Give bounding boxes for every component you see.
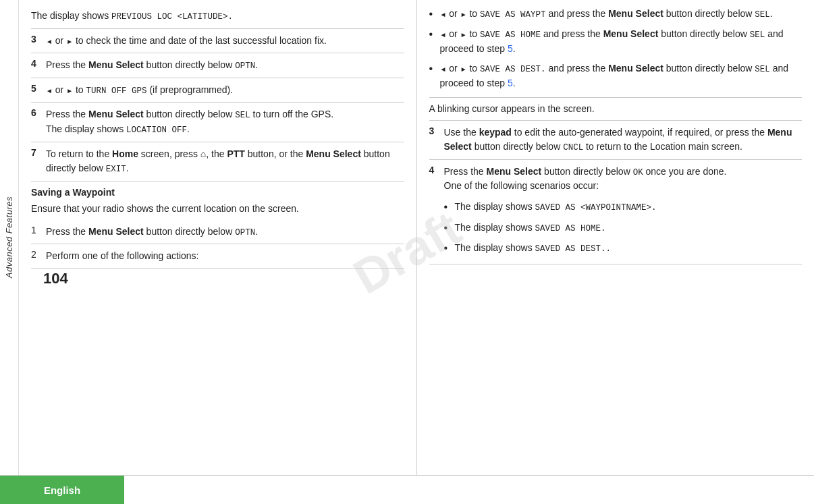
arrow-right-icon [66, 84, 73, 95]
arrow-left-icon [46, 35, 53, 46]
footer-language[interactable]: English [0, 476, 124, 504]
sub-step-1-row: 1 Press the Menu Select button directly … [31, 220, 404, 245]
sub-step-2-num: 2 [31, 249, 46, 260]
arrow-right-icon [460, 63, 467, 74]
step-5-link-2[interactable]: 5 [508, 78, 513, 88]
bullet-dot-s3: • [444, 241, 455, 256]
left-column: The display shows PREVIOUS LOC <LATITUDE… [19, 0, 417, 475]
bullet-2-content: or to SAVE AS HOME and press the Menu Se… [440, 27, 803, 56]
right-step-4-content: Press the Menu Select button directly be… [444, 165, 803, 259]
intro-code: PREVIOUS LOC <LATITUDE>. [111, 12, 233, 22]
right-column: • or to SAVE AS WAYPT and press the Menu… [417, 0, 815, 475]
bullet-dot-s1: • [444, 200, 455, 215]
bullet-save-home: • or to SAVE AS HOME and press the Menu … [429, 24, 803, 59]
step-7-row: 7 To return to the Home screen, press , … [31, 142, 404, 181]
arrow-left-icon [440, 8, 447, 19]
arrow-right-icon [460, 28, 467, 39]
bullet-3-content: or to SAVE AS DEST. and press the Menu S… [440, 61, 803, 90]
arrow-right-icon [460, 8, 467, 19]
bullet-dot-3: • [429, 61, 440, 76]
page-number: 104 [43, 270, 68, 287]
bullet-1-content: or to SAVE AS WAYPT and press the Menu S… [440, 7, 773, 22]
blinking-cursor-note: A blinking cursor appears in the screen. [429, 98, 803, 121]
arrow-right-icon [66, 35, 73, 46]
bullet-save-waypt: • or to SAVE AS WAYPT and press the Menu… [429, 4, 803, 24]
footer: English [0, 475, 814, 504]
step-5-content: or to TURN OFF GPS (if preprogrammed). [46, 83, 404, 98]
step-5-link[interactable]: 5 [508, 43, 513, 54]
step-6-content: Press the Menu Select button directly be… [46, 107, 404, 137]
right-step-3-row: 3 Use the keypad to edit the auto-genera… [429, 121, 803, 160]
step-3-num: 3 [31, 34, 46, 45]
sub-step-2-row: 2 Perform one of the following actions: [31, 244, 404, 269]
step-5-row: 5 or to TURN OFF GPS (if preprogrammed). [31, 78, 404, 103]
intro-display-row: The display shows PREVIOUS LOC <LATITUDE… [31, 4, 404, 29]
scenario-bullet-1: • The display shows SAVED AS <WAYPOINTNA… [444, 197, 803, 217]
scenario-1-text: The display shows SAVED AS <WAYPOINTNAME… [455, 200, 657, 215]
step-7-num: 7 [31, 147, 46, 158]
bullet-save-dest: • or to SAVE AS DEST. and press the Menu… [429, 59, 803, 93]
saving-waypoint-intro: Ensure that your radio shows the current… [31, 200, 404, 220]
arrow-left-icon [440, 63, 447, 74]
step-4-content: Press the Menu Select button directly be… [46, 58, 404, 73]
right-step-4-row: 4 Press the Menu Select button directly … [429, 160, 803, 264]
sidebar-label: Advanced Features [4, 196, 14, 278]
home-icon [200, 148, 206, 159]
arrow-left-icon [46, 84, 53, 95]
step-3-content: or to check the time and date of the las… [46, 34, 404, 48]
bullet-dot-1: • [429, 7, 440, 22]
arrow-left-icon [440, 28, 447, 39]
right-step-3-content: Use the keypad to edit the auto-generate… [444, 125, 803, 155]
top-bullets: • or to SAVE AS WAYPT and press the Menu… [429, 4, 803, 98]
intro-display-content: The display shows PREVIOUS LOC <LATITUDE… [31, 9, 404, 24]
scenario-bullet-3: • The display shows SAVED AS DEST.. [444, 238, 803, 258]
bullet-dot-s2: • [444, 221, 455, 235]
step-5-num: 5 [31, 83, 46, 94]
step-3-row: 3 or to check the time and date of the l… [31, 29, 404, 53]
step-7-content: To return to the Home screen, press , th… [46, 147, 404, 176]
right-step-4-num: 4 [429, 165, 444, 175]
saving-waypoint-heading: Saving a Waypoint [31, 181, 404, 200]
step-6-num: 6 [31, 107, 46, 118]
step-4-row: 4 Press the Menu Select button directly … [31, 53, 404, 78]
sub-step-1-num: 1 [31, 225, 46, 235]
sidebar: Advanced Features [0, 0, 19, 475]
scenario-3-text: The display shows SAVED AS DEST.. [455, 241, 612, 256]
step-4-bullets: • The display shows SAVED AS <WAYPOINTNA… [444, 193, 803, 258]
page-number-area: 104 [31, 269, 404, 290]
sub-step-2-content: Perform one of the following actions: [46, 249, 404, 263]
right-step-3-num: 3 [429, 125, 444, 136]
step-4-num: 4 [31, 58, 46, 69]
scenario-2-text: The display shows SAVED AS HOME. [455, 221, 606, 235]
bullet-dot-2: • [429, 27, 440, 42]
sub-step-1-content: Press the Menu Select button directly be… [46, 225, 404, 240]
step-6-row: 6 Press the Menu Select button directly … [31, 103, 404, 142]
scenario-bullet-2: • The display shows SAVED AS HOME. [444, 218, 803, 238]
